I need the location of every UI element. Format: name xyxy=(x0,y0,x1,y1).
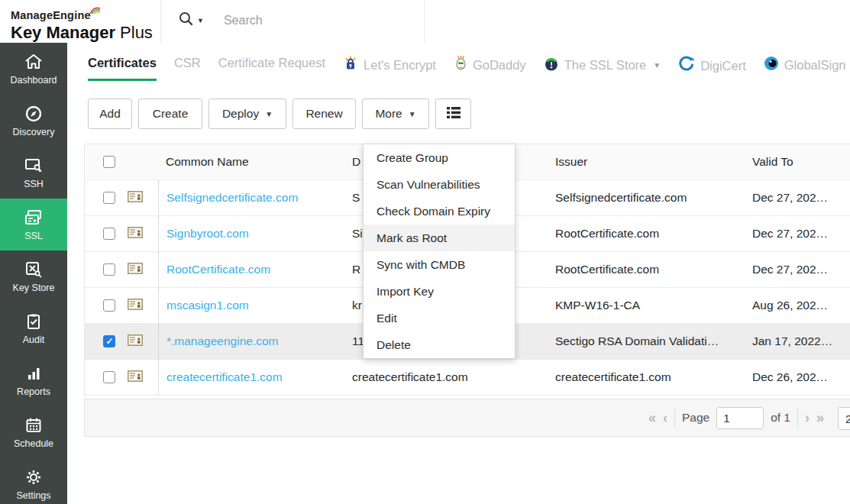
certificate-card-icon xyxy=(128,370,143,385)
list-view-icon xyxy=(446,106,461,122)
brand-key-manager: Key Manager xyxy=(11,23,115,42)
tab-godaddy[interactable]: GoDaddy xyxy=(454,56,526,85)
page-size-select[interactable]: 2 xyxy=(838,407,850,430)
sidebar-label: Schedule xyxy=(14,438,53,449)
bar-chart-icon xyxy=(24,364,43,383)
tab-certificates[interactable]: Certificates xyxy=(88,56,157,81)
search-icon[interactable] xyxy=(177,10,194,31)
last-page-icon[interactable]: » xyxy=(816,411,824,425)
deploy-caret-icon: ▼ xyxy=(265,110,273,118)
sidebar-label: Key Store xyxy=(13,283,55,293)
calendar-icon xyxy=(24,416,43,435)
digicert-icon xyxy=(678,56,695,76)
sidebar-item-ssl[interactable]: SSL xyxy=(0,199,67,250)
sidebar-item-ssh[interactable]: SSH xyxy=(0,147,67,199)
row-checkbox[interactable] xyxy=(103,371,115,383)
compass-icon xyxy=(24,105,43,123)
sidebar-label: Settings xyxy=(16,490,50,501)
add-button[interactable]: Add xyxy=(88,99,132,129)
menu-item-sync-with-cmdb[interactable]: Sync with CMDB xyxy=(364,251,515,278)
create-button[interactable]: Create xyxy=(138,99,202,129)
sidebar-label: SSH xyxy=(24,179,44,189)
common-name-link[interactable]: Signbyroot.com xyxy=(166,227,249,241)
app-header: ManageEngine Key Manager Plus ▼ xyxy=(0,0,850,43)
row-checkbox[interactable] xyxy=(103,228,115,240)
page-label: Page xyxy=(682,411,709,425)
menu-item-check-domain-expiry[interactable]: Check Domain Expiry xyxy=(364,198,515,225)
sidebar-item-schedule[interactable]: Schedule xyxy=(0,406,67,458)
page-of-label: of 1 xyxy=(771,411,790,425)
deploy-button[interactable]: Deploy▼ xyxy=(208,99,286,129)
sidebar-item-settings[interactable]: Settings xyxy=(0,458,67,504)
sidebar-item-reports[interactable]: Reports xyxy=(0,354,67,406)
row-checkbox[interactable] xyxy=(103,335,115,347)
search-input[interactable] xyxy=(224,14,399,27)
tab-lets-encrypt[interactable]: Let's Encrypt xyxy=(343,56,436,85)
common-name-link[interactable]: Selfsignedcertificate.com xyxy=(166,191,298,205)
header-divider xyxy=(160,0,161,43)
globalsign-icon xyxy=(764,56,779,74)
sidebar-item-dashboard[interactable]: Dashboard xyxy=(0,43,67,95)
column-header-common-name[interactable]: Common Name xyxy=(158,144,352,179)
tab-csr[interactable]: CSR xyxy=(174,56,201,81)
previous-page-icon[interactable]: ‹ xyxy=(663,411,667,425)
menu-item-create-group[interactable]: Create Group xyxy=(364,144,515,171)
lets-encrypt-icon xyxy=(343,56,358,74)
more-caret-icon: ▼ xyxy=(409,110,416,118)
first-page-icon[interactable]: « xyxy=(648,411,656,425)
page-number-input[interactable] xyxy=(716,407,764,429)
table-row: createcertificate1.com createcertificate… xyxy=(85,360,850,396)
menu-item-delete[interactable]: Delete xyxy=(364,331,515,358)
search-scope-caret-icon[interactable]: ▼ xyxy=(197,17,204,24)
menu-item-scan-vulnerabilities[interactable]: Scan Vulnerabilities xyxy=(364,171,515,198)
row-checkbox[interactable] xyxy=(103,192,115,204)
menu-item-import-key[interactable]: Import Key xyxy=(364,278,515,305)
pagination-bar: « ‹ Page of 1 › » 2 xyxy=(84,399,850,437)
sidebar-label: Dashboard xyxy=(10,75,57,86)
certificate-card-icon xyxy=(128,191,143,205)
brand-plus: Plus xyxy=(115,23,153,42)
certificate-card-icon xyxy=(128,299,143,313)
common-name-link[interactable]: RootCertificate.com xyxy=(166,263,270,276)
pager-separator xyxy=(674,409,675,427)
tab-bar: Certificates CSR Certificate Request Let… xyxy=(67,43,850,92)
ssl-store-caret-icon: ▼ xyxy=(653,61,661,69)
sidebar-label: Reports xyxy=(17,386,50,397)
column-list-view-button[interactable] xyxy=(435,99,471,129)
tab-digicert[interactable]: DigiCert xyxy=(678,56,746,86)
sidebar-item-audit[interactable]: Audit xyxy=(0,302,67,354)
sidebar-label: Audit xyxy=(23,334,45,345)
sidebar-label: SSL xyxy=(24,231,43,241)
column-header-issuer[interactable]: Issuer xyxy=(555,144,752,179)
next-page-icon[interactable]: › xyxy=(805,411,810,425)
select-all-checkbox[interactable] xyxy=(103,156,115,168)
more-dropdown-menu: Create Group Scan Vulnerabilities Check … xyxy=(363,144,515,359)
common-name-link[interactable]: *.manageengine.com xyxy=(166,334,279,348)
brand-swoosh-icon xyxy=(89,5,102,17)
ssh-terminal-key-icon xyxy=(24,157,44,175)
column-header-valid-to[interactable]: Valid To xyxy=(752,144,850,179)
certificate-card-icon xyxy=(128,227,143,241)
menu-item-edit[interactable]: Edit xyxy=(364,305,515,331)
renew-button[interactable]: Renew xyxy=(292,99,356,129)
sidebar-label: Discovery xyxy=(13,127,55,137)
toolbar: Add Create Deploy▼ Renew More▼ xyxy=(88,99,850,129)
brand-logo: ManageEngine Key Manager Plus xyxy=(11,5,153,42)
more-button[interactable]: More▼ xyxy=(362,99,429,129)
home-icon xyxy=(24,53,44,71)
row-checkbox[interactable] xyxy=(103,299,115,312)
godaddy-icon xyxy=(454,56,467,74)
sidebar-item-discovery[interactable]: Discovery xyxy=(0,95,67,147)
ssl-certificate-icon xyxy=(24,208,44,227)
pager-separator xyxy=(797,409,798,427)
menu-item-mark-as-root[interactable]: Mark as Root xyxy=(364,225,515,251)
certificate-card-icon xyxy=(128,334,143,349)
sidebar-item-key-store[interactable]: Key Store xyxy=(0,250,67,302)
row-checkbox[interactable] xyxy=(103,263,115,276)
tab-certificate-request[interactable]: Certificate Request xyxy=(218,56,325,81)
common-name-link[interactable]: mscasign1.com xyxy=(166,299,249,312)
certificate-card-icon xyxy=(128,263,143,277)
common-name-link[interactable]: createcertificate1.com xyxy=(166,370,283,384)
tab-ssl-store[interactable]: The SSL Store ▼ xyxy=(544,56,661,85)
tab-globalsign[interactable]: GlobalSign xyxy=(764,56,846,85)
